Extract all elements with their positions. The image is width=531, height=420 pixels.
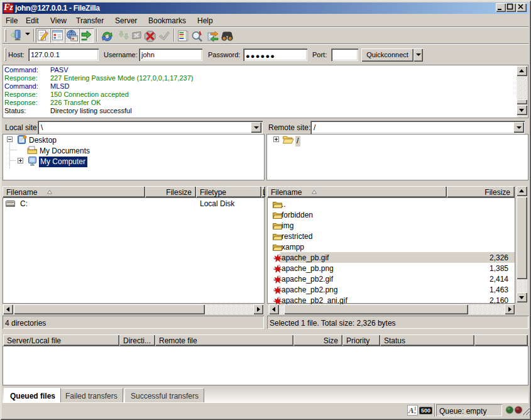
svg-text:A: A [408, 406, 414, 415]
